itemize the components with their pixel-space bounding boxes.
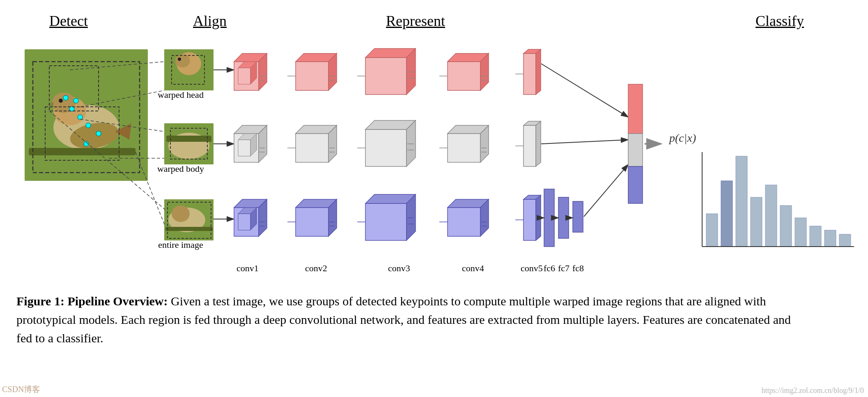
classify-label: Classify bbox=[755, 12, 804, 30]
caption: Figure 1: Pipeline Overview: Given a tes… bbox=[16, 292, 797, 347]
svg-rect-144 bbox=[628, 84, 643, 134]
svg-line-142 bbox=[584, 164, 628, 217]
represent-label: Represent bbox=[386, 12, 445, 30]
svg-marker-79 bbox=[238, 140, 250, 156]
fc6-label: fc6 bbox=[544, 263, 555, 273]
svg-marker-73 bbox=[536, 49, 541, 95]
svg-rect-155 bbox=[810, 226, 821, 247]
entire-image-label: entire image bbox=[158, 240, 203, 250]
align-label: Align bbox=[193, 12, 227, 30]
svg-point-6 bbox=[59, 99, 63, 103]
header-row: Detect Align Represent Classify bbox=[16, 12, 852, 33]
svg-marker-121 bbox=[365, 203, 406, 240]
svg-rect-149 bbox=[721, 181, 733, 247]
svg-point-22 bbox=[178, 58, 181, 61]
conv2-label: conv2 bbox=[305, 263, 327, 273]
svg-marker-53 bbox=[296, 62, 328, 90]
svg-marker-71 bbox=[524, 53, 536, 95]
svg-point-12 bbox=[78, 115, 83, 120]
conv5-label: conv5 bbox=[521, 263, 543, 273]
watermark: https://img2.zol.com.cn/blog/9/1/0 bbox=[762, 386, 864, 395]
svg-rect-153 bbox=[780, 205, 792, 247]
svg-marker-102 bbox=[524, 125, 536, 166]
svg-point-9 bbox=[63, 95, 68, 100]
svg-point-14 bbox=[96, 131, 101, 136]
svg-rect-151 bbox=[751, 197, 762, 247]
svg-rect-154 bbox=[795, 218, 806, 247]
warped-body-label: warped body bbox=[157, 164, 204, 174]
svg-rect-150 bbox=[736, 156, 747, 247]
svg-marker-115 bbox=[296, 208, 328, 236]
detect-label: Detect bbox=[49, 12, 88, 30]
svg-rect-148 bbox=[706, 214, 718, 247]
svg-rect-138 bbox=[558, 197, 569, 238]
svg-line-39 bbox=[135, 152, 165, 226]
svg-rect-32 bbox=[165, 227, 213, 231]
svg-rect-156 bbox=[824, 230, 836, 247]
svg-rect-152 bbox=[765, 185, 777, 247]
svg-rect-27 bbox=[166, 136, 211, 142]
diagram-svg: warped head warped body entire image bbox=[16, 37, 854, 284]
svg-rect-145 bbox=[628, 134, 643, 166]
conv3-label: conv3 bbox=[388, 263, 410, 273]
pcx-label: p(c|x) bbox=[668, 132, 696, 144]
svg-marker-84 bbox=[296, 134, 328, 162]
svg-point-10 bbox=[73, 98, 78, 103]
svg-marker-133 bbox=[524, 199, 536, 240]
main-container: Detect Align Represent Classify bbox=[0, 0, 868, 397]
svg-marker-90 bbox=[365, 129, 406, 166]
conv4-label: conv4 bbox=[462, 263, 484, 273]
svg-line-106 bbox=[541, 140, 628, 144]
svg-marker-48 bbox=[238, 68, 250, 84]
bottom-left-stamp: CSDN博客 bbox=[2, 384, 40, 395]
diagram-area: warped head warped body entire image bbox=[16, 37, 852, 284]
svg-marker-104 bbox=[536, 121, 541, 166]
svg-marker-59 bbox=[365, 58, 406, 95]
svg-point-31 bbox=[172, 205, 190, 222]
svg-marker-110 bbox=[238, 214, 250, 230]
fc8-label: fc8 bbox=[572, 263, 584, 273]
svg-rect-146 bbox=[628, 166, 643, 203]
svg-line-75 bbox=[541, 64, 628, 117]
conv1-label: conv1 bbox=[237, 263, 259, 273]
svg-point-21 bbox=[175, 54, 190, 67]
warped-head-label: warped head bbox=[158, 90, 204, 100]
svg-marker-135 bbox=[536, 195, 541, 240]
svg-marker-96 bbox=[448, 134, 480, 162]
svg-marker-65 bbox=[448, 62, 480, 90]
svg-rect-137 bbox=[544, 189, 554, 247]
svg-point-13 bbox=[86, 123, 91, 128]
svg-rect-157 bbox=[839, 234, 851, 247]
caption-bold: Figure 1: Pipeline Overview: bbox=[16, 294, 168, 308]
fc7-label: fc7 bbox=[558, 263, 569, 273]
svg-rect-139 bbox=[573, 201, 583, 232]
svg-marker-127 bbox=[448, 208, 480, 236]
